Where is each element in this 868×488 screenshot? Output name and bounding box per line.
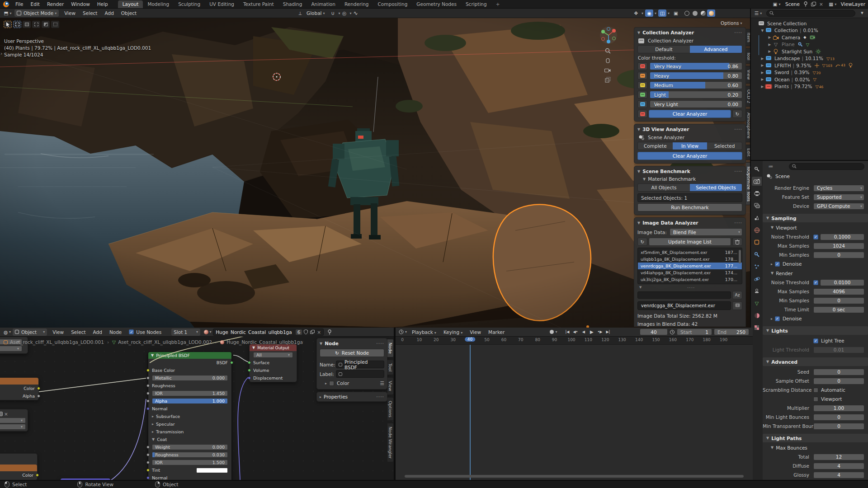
expand-arrow[interactable]: ▼ [760,28,765,33]
expand-icon[interactable]: ▸ [152,422,154,426]
editor-type-3dview-icon[interactable]: ⬒▾ [2,9,13,17]
viewport-menu-add[interactable]: Add [101,10,118,16]
properties-tab-output-icon[interactable] [752,189,762,198]
filter-funnel-icon[interactable]: ▼ [639,286,642,289]
menu-file[interactable]: File [12,1,27,7]
sidebar-tab-options[interactable]: Options [387,397,394,421]
run-benchmark-button[interactable]: Run Benchmark [637,203,742,211]
viewport-options-dropdown[interactable]: Options▾ [721,20,742,26]
properties-tab-physics-icon[interactable] [752,274,762,283]
node-row-coat[interactable]: ▼Coat [148,436,231,443]
outliner-row-collection[interactable]: ▼Collection|0.01% [753,27,868,34]
view-layer-name[interactable]: ViewLayer [841,1,865,7]
workspace-tab-scripting[interactable]: Scripting [461,0,491,8]
node-row-roughness[interactable]: Roughness [148,382,231,389]
npanel-tab-tooptimize-tools[interactable]: ToOptimize Tools [746,162,750,205]
field-sample-offset[interactable]: 0 [813,378,864,385]
field-min-light-bounces[interactable]: 0 [813,414,864,421]
node-row-normal[interactable]: Normal [148,474,231,480]
sidebar-tab-tool[interactable]: Tool [387,360,394,375]
expand-arrow[interactable]: ▶ [760,63,765,67]
refresh-analyzer-icon[interactable]: ↻ [732,110,742,118]
color-presets-icon[interactable]: ☰ [380,380,384,386]
field-noise-threshold[interactable]: 0.1000 [820,234,864,240]
properties-tab-view-layer-icon[interactable] [752,201,762,210]
shading-material-icon[interactable] [699,9,707,17]
properties-tab-modifiers-icon[interactable] [752,250,762,259]
field-max-samples[interactable]: 4096 [813,288,864,295]
checkbox-light-tree[interactable]: ✓ [813,338,818,343]
node-canvas[interactable]: Aset_rock_cliff_XL_ullqbb1ga_LOD0.001 › … [0,337,394,480]
node-row-tint[interactable]: Tint [148,466,231,474]
timeline-tick-150[interactable]: 150 [652,338,660,342]
image-data-source-dropdown[interactable]: Blend File▾ [670,228,742,236]
editor-type-outliner-icon[interactable]: ☰▾ [753,9,764,17]
node-row-specular[interactable]: ▸Specular [148,420,231,428]
image-open-icon[interactable] [0,412,3,416]
row-denoise[interactable]: ▸✓Denoise [763,314,868,323]
timeline-tick-160[interactable]: 160 [669,338,677,342]
workspace-tab-sculpting[interactable]: Sculpting [174,0,205,8]
menu-help[interactable]: Help [94,1,112,7]
material-name-field[interactable]: Huge_Nordic_Coastal_ullqbb1ga 6 × [213,328,324,336]
editor-type-shader-icon[interactable]: ◍▾ [2,328,13,336]
field-seed[interactable]: 0 [813,369,864,375]
node-row-subsurface[interactable]: ▸Subsurface [148,413,231,420]
workspace-tab-shading[interactable]: Shading [278,0,307,8]
threshold-color-icon[interactable] [637,62,647,70]
expand-arrow[interactable]: ▶ [760,70,765,75]
shader-menu-node[interactable]: Node [106,329,125,335]
xray-toggle-icon[interactable]: ◫ [658,9,666,17]
collapse-icon[interactable]: ▼ [320,342,322,346]
section-lights[interactable]: ▼Lights [763,326,868,335]
collapse-icon[interactable]: ▸ [320,395,321,399]
input-socket[interactable] [146,384,150,387]
benchmark-mode-selected-objects[interactable]: Selected Objects [690,184,742,191]
field-max-samples[interactable]: 1024 [813,243,864,249]
timeline-tick-0[interactable]: 0 [401,338,404,342]
outliner-filter-icon[interactable]: ▼ [858,9,866,17]
subsection-viewport[interactable]: ▼Viewport [763,224,868,231]
toggle-ortho-icon[interactable] [605,77,611,83]
node-row-bsdf[interactable]: BSDF [148,359,231,366]
clear-analyzer-color-icon[interactable] [637,110,647,118]
current-frame-field[interactable]: 40 [640,328,668,335]
input-socket[interactable] [146,446,150,449]
clear-view-analyzer-button[interactable]: Clear Analyzer [637,152,742,160]
expand-arrow[interactable]: ▶ [760,77,765,81]
normal-map-node[interactable]: ▼Normal Map Normal [60,478,111,480]
expand-arrow[interactable]: ▶ [760,56,765,61]
node-label-field[interactable] [336,370,384,378]
image-list-item[interactable]: xf5mdim_8K_Displacement.exr187... [638,249,742,256]
workspace-tab-modeling[interactable]: Modeling [143,0,174,8]
threshold-color-icon[interactable] [637,81,647,89]
expand-icon[interactable]: ▼ [152,437,155,441]
field-total[interactable]: 12 [813,454,864,460]
field-light-threshold[interactable]: 0.01 [813,347,864,353]
shader-menu-select[interactable]: Select [67,329,89,335]
image-list-item[interactable]: uk3lcj2ga_8K_Displacement.exr170... [638,276,742,283]
viewport-menu-select[interactable]: Select [79,10,101,16]
expand-arrow[interactable]: ▶ [767,35,772,39]
sidebar-tab-node[interactable]: Node [387,339,394,357]
mode-dropdown[interactable]: Object Mode▾ [14,9,59,17]
blender-logo[interactable] [3,1,9,7]
shading-rendered-icon[interactable] [707,9,715,17]
threshold-slider-very-light[interactable]: Very Light0.00 [650,100,742,108]
outliner-row-ocean[interactable]: ▶Ocean|0.02%▽ [753,76,868,83]
collapse-icon[interactable]: ▼ [637,169,640,174]
properties-tab-texture-icon[interactable] [752,323,762,332]
copy-material-icon[interactable] [310,330,315,334]
overlays-dropdown-icon[interactable]: ▾ [655,11,656,15]
view-analyzer-mode-in-view[interactable]: In View [673,142,708,150]
image-list-item[interactable]: ullqbb1ga_8K_Displacement.exr178... [638,256,742,263]
use-nodes-checkbox[interactable]: ✓Use Nodes [129,329,161,335]
threshold-slider-light[interactable]: Light0.20 [650,91,742,99]
select-invert-tool-icon[interactable] [42,21,50,28]
timeline-ruler[interactable]: 0102030405060708090100110120130140150160… [396,337,753,345]
editor-type-timeline-icon[interactable]: ▾ [397,328,408,336]
npanel-tab-edit[interactable]: Edit [746,145,750,160]
expand-icon[interactable]: ▸ [325,381,327,385]
section-advanced[interactable]: ▼Advanced [763,357,868,366]
properties-tab-world-icon[interactable] [752,225,762,235]
